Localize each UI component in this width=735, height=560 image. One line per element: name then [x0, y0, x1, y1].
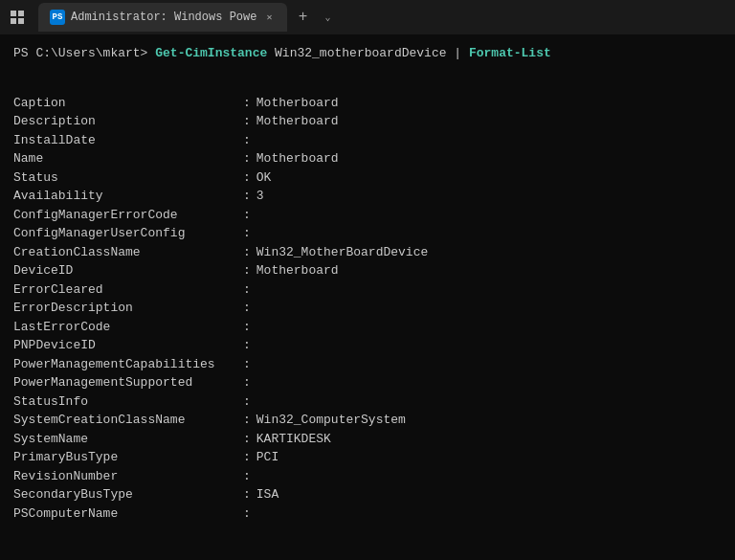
powershell-icon: PS: [50, 10, 65, 25]
table-row: PowerManagementSupported:: [13, 373, 722, 392]
field-value: Motherboard: [256, 149, 339, 168]
field-value: PCI: [256, 448, 278, 467]
table-row: Status: OK: [13, 168, 722, 188]
prompt-prefix: PS C:\Users\mkart>: [13, 46, 155, 60]
field-name: Caption: [13, 94, 243, 113]
field-separator: :: [243, 336, 251, 355]
field-name: Availability: [13, 187, 243, 206]
field-name: Description: [13, 112, 243, 131]
terminal-window: PS C:\Users\mkart> Get-CimInstance Win32…: [0, 34, 735, 560]
new-tab-button[interactable]: +: [291, 6, 314, 29]
table-row: PrimaryBusType: PCI: [13, 448, 722, 467]
field-separator: :: [243, 94, 251, 113]
field-separator: :: [243, 243, 251, 262]
table-row: LastErrorCode:: [13, 318, 722, 337]
tab-area: PS Administrator: Windows Powe ✕ + ⌄: [38, 3, 727, 32]
field-value: OK: [256, 168, 272, 188]
field-name: ConfigManagerErrorCode: [13, 206, 243, 225]
field-value: Motherboard: [256, 261, 339, 280]
pipe-operator: |: [454, 46, 469, 60]
field-name: PSComputerName: [13, 504, 243, 524]
field-name: SystemName: [13, 430, 243, 449]
table-row: DeviceID: Motherboard: [13, 261, 722, 280]
blank-line-bottom: [13, 523, 722, 542]
field-name: PowerManagementCapabilities: [13, 355, 243, 374]
dropdown-button[interactable]: ⌄: [318, 8, 337, 27]
field-name: StatusInfo: [13, 392, 243, 412]
command-prompt-line: PS C:\Users\mkart> Get-CimInstance Win32…: [13, 44, 722, 63]
command-get: Get-CimInstance: [155, 46, 267, 60]
table-row: SystemCreationClassName: Win32_ComputerS…: [13, 411, 722, 430]
field-separator: :: [243, 224, 251, 243]
output-table: Caption: MotherboardDescription: Motherb…: [13, 94, 722, 524]
field-name: InstallDate: [13, 131, 243, 150]
field-name: SystemCreationClassName: [13, 411, 243, 430]
field-name: LastErrorCode: [13, 318, 243, 337]
field-value: 3: [256, 187, 264, 206]
blank-line-bottom2: [13, 542, 722, 560]
svg-rect-2: [11, 18, 16, 24]
table-row: ErrorDescription:: [13, 299, 722, 318]
blank-line-top: [13, 69, 722, 88]
field-separator: :: [243, 411, 251, 430]
field-name: Status: [13, 168, 243, 188]
field-value: Win32_MotherBoardDevice: [256, 243, 428, 262]
field-value: ISA: [256, 485, 278, 504]
field-separator: :: [243, 430, 251, 449]
field-separator: :: [243, 187, 251, 206]
table-row: PNPDeviceID:: [13, 336, 722, 355]
table-row: ConfigManagerUserConfig:: [13, 224, 722, 243]
table-row: Description: Motherboard: [13, 112, 722, 131]
field-separator: :: [243, 318, 251, 337]
field-separator: :: [243, 206, 251, 225]
table-row: InstallDate:: [13, 131, 722, 150]
field-separator: :: [243, 448, 251, 467]
tab-label: Administrator: Windows Powe: [71, 11, 256, 24]
field-name: ErrorCleared: [13, 280, 243, 300]
field-name: ConfigManagerUserConfig: [13, 224, 243, 243]
field-name: PowerManagementSupported: [13, 373, 243, 392]
field-separator: :: [243, 392, 251, 412]
field-separator: :: [243, 168, 251, 188]
field-value: Motherboard: [256, 94, 339, 113]
field-separator: :: [243, 373, 251, 392]
field-separator: :: [243, 149, 251, 168]
field-value: Motherboard: [256, 112, 339, 131]
field-name: PrimaryBusType: [13, 448, 243, 467]
field-separator: :: [243, 261, 251, 280]
command-format: Format-List: [469, 46, 551, 60]
table-row: Name: Motherboard: [13, 149, 722, 168]
field-separator: :: [243, 504, 251, 524]
table-row: Availability: 3: [13, 187, 722, 206]
table-row: CreationClassName: Win32_MotherBoardDevi…: [13, 243, 722, 262]
field-separator: :: [243, 131, 251, 150]
field-separator: :: [243, 112, 251, 131]
field-name: SecondaryBusType: [13, 485, 243, 504]
field-separator: :: [243, 467, 251, 486]
svg-rect-1: [18, 11, 24, 16]
field-name: CreationClassName: [13, 243, 243, 262]
field-separator: :: [243, 280, 251, 300]
field-name: Name: [13, 149, 243, 168]
field-name: PNPDeviceID: [13, 336, 243, 355]
field-value: KARTIKDESK: [256, 430, 331, 449]
svg-rect-3: [18, 18, 24, 24]
close-tab-button[interactable]: ✕: [262, 11, 276, 24]
titlebar: PS Administrator: Windows Powe ✕ + ⌄: [0, 0, 735, 34]
table-row: SystemName: KARTIKDESK: [13, 430, 722, 449]
field-name: RevisionNumber: [13, 467, 243, 486]
table-row: PowerManagementCapabilities:: [13, 355, 722, 374]
field-separator: :: [243, 355, 251, 374]
table-row: ConfigManagerErrorCode:: [13, 206, 722, 225]
tab-powershell[interactable]: PS Administrator: Windows Powe ✕: [38, 3, 287, 32]
field-value: Win32_ComputerSystem: [256, 411, 406, 430]
field-name: DeviceID: [13, 261, 243, 280]
table-row: PSComputerName:: [13, 504, 722, 524]
table-row: StatusInfo:: [13, 392, 722, 412]
table-row: RevisionNumber:: [13, 467, 722, 486]
field-name: ErrorDescription: [13, 299, 243, 318]
field-separator: :: [243, 485, 251, 504]
command-arg: Win32_motherboardDevice: [267, 46, 454, 60]
table-row: SecondaryBusType: ISA: [13, 485, 722, 504]
field-separator: :: [243, 299, 251, 318]
